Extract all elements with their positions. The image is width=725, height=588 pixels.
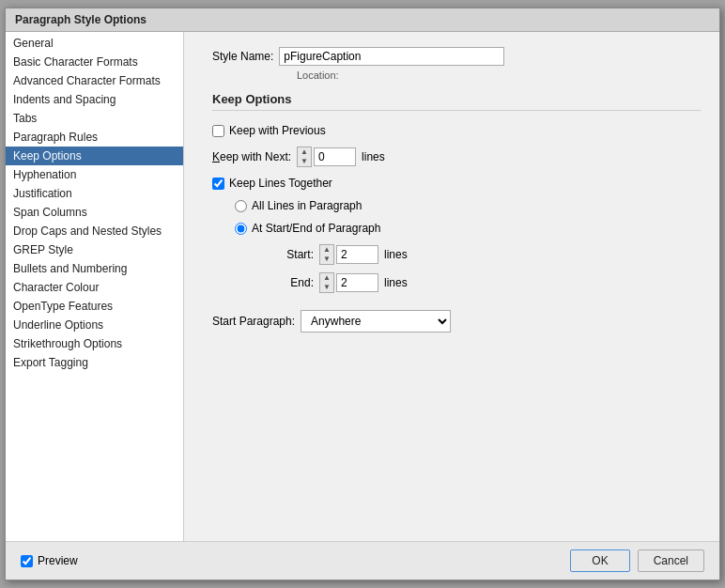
- start-paragraph-dropdown[interactable]: AnywhereIn Next ColumnIn Next FrameOn Ne…: [301, 310, 451, 333]
- style-name-input[interactable]: [279, 47, 504, 66]
- dialog-body: GeneralBasic Character FormatsAdvanced C…: [6, 32, 719, 541]
- keep-with-next-lines-label: lines: [362, 150, 385, 163]
- lines-options-group: All Lines in Paragraph At Start/End of P…: [235, 199, 701, 293]
- dialog-title: Paragraph Style Options: [6, 8, 719, 32]
- sidebar-item-indents-spacing[interactable]: Indents and Spacing: [6, 90, 183, 109]
- end-row: End: ▲ ▼ lines: [272, 272, 701, 293]
- keep-lines-together-row: Keep Lines Together: [212, 177, 701, 190]
- keep-lines-together-label[interactable]: Keep Lines Together: [212, 177, 332, 190]
- at-start-end-label[interactable]: At Start/End of Paragraph: [235, 222, 380, 235]
- sidebar-item-opentype[interactable]: OpenType Features: [6, 297, 183, 316]
- style-name-row: Style Name:: [212, 47, 701, 66]
- sidebar-item-bullets-numbering[interactable]: Bullets and Numbering: [6, 259, 183, 278]
- preview-checkbox[interactable]: [21, 555, 33, 567]
- end-spinner[interactable]: ▲ ▼: [319, 272, 334, 293]
- sidebar-item-grep-style[interactable]: GREP Style: [6, 240, 183, 259]
- ok-button[interactable]: OK: [570, 549, 629, 572]
- sidebar-item-strikethrough[interactable]: Strikethrough Options: [6, 334, 183, 353]
- sidebar-item-character-colour[interactable]: Character Colour: [6, 278, 183, 297]
- keep-with-next-up-btn[interactable]: ▲: [298, 147, 311, 157]
- sidebar-item-span-columns[interactable]: Span Columns: [6, 203, 183, 222]
- start-down-btn[interactable]: ▼: [320, 255, 333, 264]
- sidebar-item-hyphenation[interactable]: Hyphenation: [6, 165, 183, 184]
- end-input[interactable]: [336, 273, 378, 292]
- all-lines-row: All Lines in Paragraph: [235, 199, 701, 212]
- end-down-btn[interactable]: ▼: [320, 283, 333, 292]
- end-lines-label: lines: [384, 276, 408, 289]
- sidebar-item-advanced-char[interactable]: Advanced Character Formats: [6, 71, 183, 90]
- sidebar: GeneralBasic Character FormatsAdvanced C…: [6, 32, 184, 541]
- sidebar-item-general[interactable]: General: [6, 34, 183, 53]
- at-start-end-radio[interactable]: [235, 223, 247, 235]
- keep-with-next-down-btn[interactable]: ▼: [298, 157, 311, 166]
- keep-with-previous-checkbox[interactable]: [212, 125, 224, 137]
- keep-lines-together-checkbox[interactable]: [212, 178, 224, 190]
- main-content: Style Name: Location: Keep Options Keep …: [193, 32, 719, 541]
- start-up-btn[interactable]: ▲: [320, 245, 333, 255]
- footer-right: OK Cancel: [570, 549, 704, 572]
- end-label: End:: [272, 276, 314, 289]
- sidebar-item-paragraph-rules[interactable]: Paragraph Rules: [6, 128, 183, 147]
- end-up-btn[interactable]: ▲: [320, 273, 333, 283]
- sidebar-item-export-tagging[interactable]: Export Tagging: [6, 353, 183, 372]
- sidebar-item-keep-options[interactable]: Keep Options: [6, 147, 183, 165]
- at-start-end-row: At Start/End of Paragraph: [235, 222, 701, 235]
- location-row: Location:: [297, 70, 701, 81]
- all-lines-radio[interactable]: [235, 200, 247, 212]
- keep-with-next-input[interactable]: [314, 147, 356, 166]
- footer-left: Preview: [21, 554, 78, 567]
- start-paragraph-label: Start Paragraph:: [212, 315, 295, 328]
- section-title: Keep Options: [212, 92, 701, 111]
- style-name-label: Style Name:: [212, 50, 273, 63]
- sidebar-item-drop-caps[interactable]: Drop Caps and Nested Styles: [6, 222, 183, 240]
- keep-with-previous-label[interactable]: Keep with Previous: [212, 124, 326, 137]
- start-paragraph-row: Start Paragraph: AnywhereIn Next ColumnI…: [212, 310, 701, 333]
- start-spinner[interactable]: ▲ ▼: [319, 244, 334, 265]
- start-row: Start: ▲ ▼ lines: [272, 244, 701, 265]
- keep-with-previous-row: Keep with Previous: [212, 124, 701, 137]
- sidebar-item-justification[interactable]: Justification: [6, 184, 183, 203]
- start-input[interactable]: [336, 245, 378, 264]
- sidebar-item-tabs[interactable]: Tabs: [6, 109, 183, 128]
- sidebar-item-basic-char[interactable]: Basic Character Formats: [6, 53, 183, 71]
- paragraph-style-dialog: Paragraph Style Options GeneralBasic Cha…: [5, 8, 720, 580]
- location-label: Location:: [297, 70, 339, 81]
- sidebar-container: GeneralBasic Character FormatsAdvanced C…: [6, 32, 193, 541]
- cancel-button[interactable]: Cancel: [638, 549, 704, 572]
- preview-label: Preview: [38, 554, 78, 567]
- start-lines-label: lines: [384, 248, 408, 261]
- keep-with-next-label: Keep with Next:: [212, 150, 291, 163]
- start-label: Start:: [272, 248, 314, 261]
- sidebar-item-underline[interactable]: Underline Options: [6, 316, 183, 334]
- keep-with-next-spinner[interactable]: ▲ ▼: [297, 147, 312, 167]
- all-lines-label[interactable]: All Lines in Paragraph: [235, 199, 362, 212]
- keep-with-next-row: Keep with Next: ▲ ▼ lines: [212, 147, 701, 167]
- dialog-footer: Preview OK Cancel: [6, 541, 719, 580]
